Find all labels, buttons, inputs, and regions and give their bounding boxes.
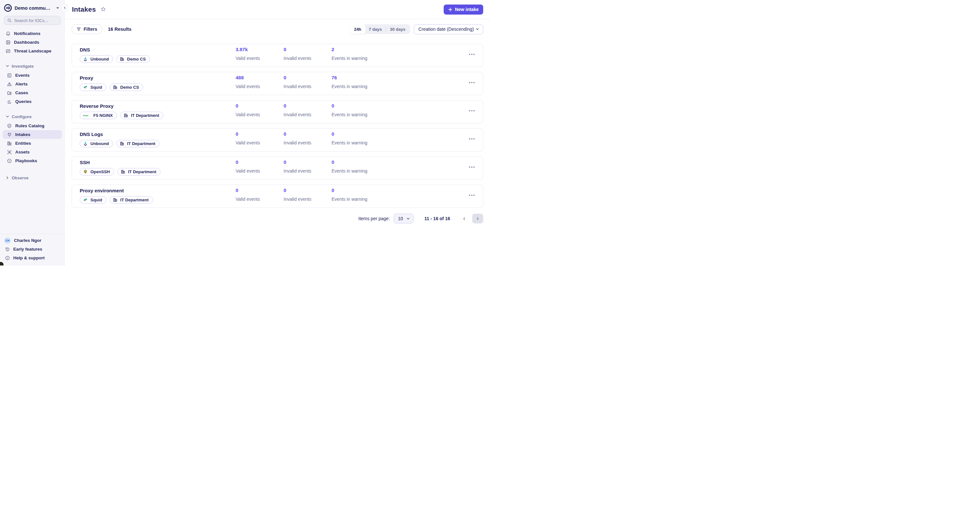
sidebar-item-queries[interactable]: Queries [3, 97, 62, 106]
stat-label: Valid events [235, 112, 283, 117]
warning-events-count[interactable]: 0 [331, 103, 379, 108]
warning-events-count[interactable]: 0 [331, 131, 379, 136]
sidebar-item-entities[interactable]: Entities [3, 139, 62, 147]
building-icon [119, 57, 124, 62]
stat-label: Events in warning [331, 168, 379, 174]
ellipsis-icon [469, 195, 475, 196]
valid-events-count[interactable]: 488 [235, 75, 283, 80]
user-menu[interactable]: CH Charles Ngor [0, 236, 65, 245]
valid-events-count[interactable]: 0 [235, 131, 283, 136]
next-page-button[interactable] [472, 214, 483, 223]
results-count: 16 Results [108, 27, 132, 32]
sidebar-item-label: Playbooks [15, 159, 37, 163]
sidebar-item-alerts[interactable]: Alerts [3, 80, 62, 89]
sidebar-item-intakes[interactable]: Intakes [3, 130, 62, 139]
sidebar-item-cases[interactable]: Cases [3, 89, 62, 97]
connector-badge[interactable]: Unbound [80, 55, 113, 63]
intake-row-ssh[interactable]: SSH OpenSSH IT Department 0 Valid events [72, 156, 483, 180]
row-menu-button[interactable] [468, 79, 476, 86]
search-placeholder: Search for IOCs... [14, 18, 48, 23]
alert-triangle-icon [7, 82, 12, 87]
row-menu-button[interactable] [468, 164, 476, 170]
items-per-page-value: 10 [398, 216, 403, 221]
warning-events-stat: 0 Events in warning [331, 187, 379, 202]
connector-badge[interactable]: F5 NGINX [80, 112, 117, 119]
entity-badge[interactable]: IT Department [117, 168, 161, 176]
stat-label: Events in warning [331, 197, 379, 202]
plug-icon [7, 132, 12, 137]
entity-badge[interactable]: Demo CS [110, 84, 143, 91]
connector-badge[interactable]: OpenSSH [80, 168, 114, 176]
sidebar-item-rules-catalog[interactable]: Rules Catalog [3, 121, 62, 130]
sidebar-item-dashboards[interactable]: Dashboards [3, 38, 62, 47]
time-range-7days[interactable]: 7 days [365, 25, 386, 33]
intake-row-dns-logs[interactable]: DNS Logs Unbound IT Department 0 Valid e… [72, 128, 483, 152]
section-configure[interactable]: Configure [0, 113, 65, 121]
invalid-events-count[interactable]: 0 [283, 75, 331, 80]
sidebar-collapse-button[interactable] [61, 4, 68, 11]
help-support-item[interactable]: Help & support [0, 254, 65, 262]
section-observe[interactable]: Observe [0, 174, 65, 182]
warning-events-count[interactable]: 2 [331, 47, 379, 52]
intake-row-proxy[interactable]: Proxy Squid Demo CS 488 Valid events [72, 72, 483, 95]
entity-badge[interactable]: Demo CS [116, 55, 150, 63]
new-intake-button[interactable]: New intake [444, 5, 483, 14]
squid-logo-icon [83, 85, 88, 90]
avatar: CH [4, 237, 11, 244]
items-per-page-label: Items per page: [358, 216, 390, 221]
sidebar-item-label: Events [15, 73, 30, 78]
invalid-events-count[interactable]: 0 [283, 47, 331, 52]
previous-page-button[interactable] [460, 214, 468, 223]
valid-events-count[interactable]: 3.87k [235, 47, 283, 52]
connector-badge[interactable]: Squid [80, 84, 106, 91]
row-menu-button[interactable] [468, 108, 476, 114]
filters-button[interactable]: Filters [72, 24, 102, 34]
connector-badge[interactable]: Unbound [80, 140, 113, 147]
intake-row-reverse-proxy[interactable]: Reverse Proxy F5 NGINX IT Department 0 V… [72, 100, 483, 124]
favorite-star-button[interactable] [100, 6, 106, 12]
sidebar-item-threat-landscape[interactable]: Threat Landscape [3, 47, 62, 55]
sidebar-item-events[interactable]: Events [3, 71, 62, 80]
invalid-events-count[interactable]: 0 [283, 187, 331, 193]
entity-badge[interactable]: IT Department [116, 140, 159, 147]
section-investigate[interactable]: Investigate [0, 62, 65, 70]
stat-label: Valid events [235, 56, 283, 61]
early-features-item[interactable]: Early features [0, 245, 65, 254]
entity-badge[interactable]: IT Department [120, 112, 163, 119]
valid-events-count[interactable]: 0 [235, 159, 283, 165]
time-range-30days[interactable]: 30 days [386, 25, 409, 33]
intake-row-proxy-environment[interactable]: Proxy environment Squid IT Department 0 … [72, 185, 483, 208]
chevron-down-icon [476, 27, 479, 31]
valid-events-count[interactable]: 0 [235, 103, 283, 108]
help-support-label: Help & support [13, 255, 45, 260]
invalid-events-count[interactable]: 0 [283, 159, 331, 165]
filter-icon [76, 27, 81, 31]
invalid-events-count[interactable]: 0 [283, 103, 331, 108]
invalid-events-count[interactable]: 0 [283, 131, 331, 136]
row-menu-button[interactable] [468, 136, 476, 142]
history-icon [5, 247, 10, 252]
valid-events-count[interactable]: 0 [235, 187, 283, 193]
invalid-events-stat: 0 Invalid events [283, 75, 331, 89]
sidebar-item-notifications[interactable]: Notifications [3, 29, 62, 38]
entity-badge[interactable]: IT Department [110, 196, 153, 204]
sidebar-item-assets[interactable]: Assets [3, 147, 62, 156]
time-range-24h[interactable]: 24h [350, 24, 365, 34]
community-switcher[interactable]: Demo communi... [0, 0, 65, 12]
sort-dropdown[interactable]: Creation date (Descending) [414, 24, 483, 34]
warning-events-count[interactable]: 0 [331, 187, 379, 193]
page-header: Intakes New intake [65, 0, 490, 19]
warning-events-count[interactable]: 76 [331, 75, 379, 80]
connector-badge[interactable]: Squid [80, 196, 106, 204]
intake-row-dns[interactable]: DNS Unbound Demo CS 3.87k Valid events [72, 44, 483, 67]
row-menu-button[interactable] [468, 192, 476, 198]
ellipsis-icon [469, 138, 475, 139]
warning-events-count[interactable]: 0 [331, 159, 379, 165]
row-menu-button[interactable] [468, 51, 476, 58]
items-per-page-select[interactable]: 10 [394, 214, 414, 223]
section-label: Observe [12, 176, 29, 180]
building-icon [119, 141, 124, 146]
search-input[interactable]: Search for IOCs... [4, 16, 60, 25]
stat-label: Invalid events [283, 112, 331, 117]
sidebar-item-playbooks[interactable]: Playbooks [3, 156, 62, 165]
